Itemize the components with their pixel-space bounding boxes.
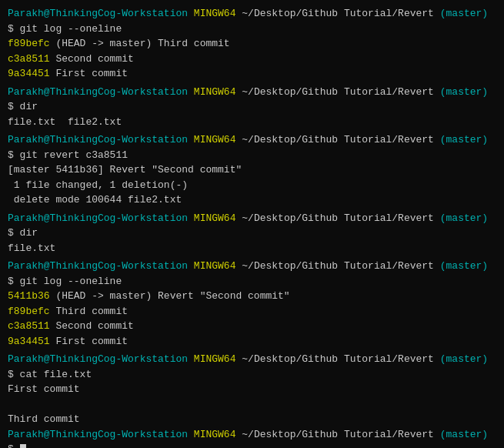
command-line-1: $ git log --oneline [8,22,496,37]
prompt-line-7: Parakh@ThinkingCog-Workstation MINGW64 ~… [8,427,496,443]
prompt-line-5: Parakh@ThinkingCog-Workstation MINGW64 ~… [8,259,496,274]
output-6-blank [8,397,496,413]
block-1: Parakh@ThinkingCog-Workstation MINGW64 ~… [8,6,496,82]
terminal: Parakh@ThinkingCog-Workstation MINGW64 ~… [8,6,496,448]
block-5: Parakh@ThinkingCog-Workstation MINGW64 ~… [8,259,496,349]
terminal-cursor [20,444,26,448]
prompt-line-6: Parakh@ThinkingCog-Workstation MINGW64 ~… [8,352,496,367]
output-6-2: Third commit [8,412,496,427]
output-5-1: 5411b36 (HEAD -> master) Revert "Second … [8,289,496,304]
output-1-3: 9a34451 First commit [8,66,496,82]
output-5-2: f89befc Third commit [8,304,496,319]
output-3-3: delete mode 100644 file2.txt [8,192,496,208]
prompt-line-1: Parakh@ThinkingCog-Workstation MINGW64 ~… [8,6,496,22]
block-3: Parakh@ThinkingCog-Workstation MINGW64 ~… [8,132,496,208]
command-line-3: $ git revert c3a8511 [8,148,496,163]
output-5-4: 9a34451 First commit [8,334,496,349]
output-2-1: file.txt file2.txt [8,115,496,130]
output-5-3: c3a8511 Second commit [8,319,496,334]
output-6-1: First commit [8,382,496,397]
command-line-5: $ git log --oneline [8,274,496,289]
command-line-7: $ [8,442,496,448]
block-4: Parakh@ThinkingCog-Workstation MINGW64 ~… [8,211,496,256]
block-7: Parakh@ThinkingCog-Workstation MINGW64 ~… [8,427,496,449]
block-2: Parakh@ThinkingCog-Workstation MINGW64 ~… [8,85,496,130]
command-line-2: $ dir [8,99,496,115]
output-3-1: [master 5411b36] Revert "Second commit" [8,162,496,178]
prompt-line-2: Parakh@ThinkingCog-Workstation MINGW64 ~… [8,85,496,100]
prompt-line-4: Parakh@ThinkingCog-Workstation MINGW64 ~… [8,211,496,226]
output-1-2: c3a8511 Second commit [8,52,496,67]
output-1-1: f89befc (HEAD -> master) Third commit [8,36,496,52]
command-line-6: $ cat file.txt [8,367,496,383]
prompt-line-3: Parakh@ThinkingCog-Workstation MINGW64 ~… [8,132,496,148]
command-line-4: $ dir [8,226,496,241]
block-6: Parakh@ThinkingCog-Workstation MINGW64 ~… [8,352,496,427]
output-4-1: file.txt [8,241,496,256]
output-3-2: 1 file changed, 1 deletion(-) [8,178,496,193]
